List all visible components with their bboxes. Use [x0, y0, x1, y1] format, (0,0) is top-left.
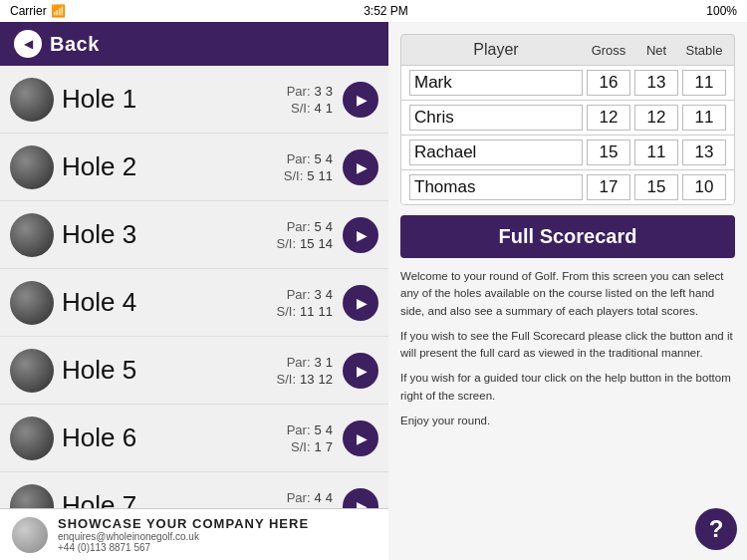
- hole-play-button-3[interactable]: [343, 217, 378, 253]
- logo-ball-icon: [12, 517, 48, 553]
- hole-par-row-6: Par: 5 4: [287, 422, 333, 437]
- hole-play-button-6[interactable]: [343, 420, 378, 456]
- hole-si-row-5: S/I: 13 12: [277, 372, 333, 387]
- status-time: 3:52 PM: [364, 4, 408, 18]
- player-gross-2: 12: [587, 105, 630, 131]
- player-stable-4: 10: [682, 174, 726, 200]
- player-net-4: 15: [634, 174, 678, 200]
- hole-par-row-7: Par: 4 4: [287, 490, 333, 505]
- hole-stats-6: Par: 5 4 S/I: 1 7: [287, 422, 333, 454]
- player-net-1: 13: [634, 70, 678, 96]
- hole-par-row-3: Par: 5 4: [287, 219, 333, 234]
- player-stable-1: 11: [682, 70, 726, 96]
- scorecard-row-3: Rachael 15 11 13: [401, 135, 734, 169]
- main-layout: Back Hole 1 Par: 3 3 S/I: 4 1: [0, 22, 747, 560]
- hole-ball-2: [10, 145, 54, 189]
- player-stable-2: 11: [682, 105, 726, 131]
- carrier-label: Carrier: [10, 4, 47, 18]
- hole-name-1: Hole 1: [62, 84, 287, 115]
- hole-par-row-2: Par: 5 4: [287, 151, 333, 166]
- hole-stats-4: Par: 3 4 S/I: 11 11: [277, 287, 333, 319]
- logo-bar: SHOWCASE YOUR COMPANY HERE enquires@whol…: [0, 508, 388, 560]
- right-panel: Player Gross Net Stable Mark 16 13 11 Ch…: [388, 22, 747, 560]
- hole-play-button-5[interactable]: [343, 353, 378, 389]
- hole-ball-5: [10, 349, 54, 393]
- company-name: SHOWCASE YOUR COMPANY HERE: [58, 516, 309, 531]
- hole-ball-6: [10, 417, 54, 460]
- hole-name-7: Hole 7: [62, 490, 287, 508]
- hole-si-row-2: S/I: 5 11: [284, 168, 333, 183]
- wifi-icon: 📶: [51, 4, 66, 18]
- hole-stats-3: Par: 5 4 S/I: 15 14: [277, 219, 333, 251]
- hole-name-5: Hole 5: [62, 355, 277, 386]
- scorecard-row-4: Thomas 17 15 10: [401, 169, 734, 204]
- hole-si-row-4: S/I: 11 11: [277, 304, 333, 319]
- description-para1: Welcome to your round of Golf. From this…: [400, 268, 735, 320]
- battery-label: 100%: [706, 4, 737, 18]
- player-gross-3: 15: [587, 140, 630, 165]
- hole-ball-4: [10, 281, 54, 325]
- scorecard-table: Player Gross Net Stable Mark 16 13 11 Ch…: [400, 34, 735, 205]
- status-right: 100%: [706, 4, 737, 18]
- hole-play-button-1[interactable]: [343, 82, 378, 118]
- header-stable: Stable: [682, 43, 726, 58]
- header-gross: Gross: [587, 43, 630, 58]
- hole-name-3: Hole 3: [62, 219, 277, 250]
- back-arrow-icon: [14, 30, 42, 58]
- hole-stats-1: Par: 3 3 S/I: 4 1: [287, 84, 333, 116]
- scorecard-row-2: Chris 12 12 11: [401, 100, 734, 135]
- player-net-2: 12: [634, 105, 678, 131]
- hole-si-row-6: S/I: 1 7: [291, 439, 333, 454]
- hole-par-row-5: Par: 3 1: [287, 355, 333, 370]
- back-button[interactable]: Back: [0, 22, 388, 66]
- hole-play-button-2[interactable]: [343, 149, 378, 185]
- hole-item-3: Hole 3 Par: 5 4 S/I: 15 14: [0, 201, 388, 269]
- hole-item-6: Hole 6 Par: 5 4 S/I: 1 7: [0, 405, 388, 472]
- player-net-3: 11: [634, 140, 678, 165]
- company-phone: +44 (0)113 8871 567: [58, 542, 309, 553]
- hole-stats-7: Par: 4 4 S/I: 3 3: [287, 490, 333, 509]
- help-button[interactable]: ?: [695, 508, 737, 550]
- status-left: Carrier 📶: [10, 4, 66, 18]
- full-scorecard-button[interactable]: Full Scorecard: [400, 215, 735, 258]
- description-para4: Enjoy your round.: [400, 413, 735, 429]
- hole-item-2: Hole 2 Par: 5 4 S/I: 5 11: [0, 134, 388, 201]
- header-net: Net: [634, 43, 678, 58]
- left-panel: Back Hole 1 Par: 3 3 S/I: 4 1: [0, 22, 388, 560]
- hole-si-row-3: S/I: 15 14: [277, 236, 333, 251]
- hole-play-button-4[interactable]: [343, 285, 378, 321]
- hole-par-row-4: Par: 3 4: [287, 287, 333, 302]
- back-label: Back: [50, 33, 100, 56]
- hole-ball-1: [10, 78, 54, 122]
- hole-si-row-1: S/I: 4 1: [291, 101, 333, 116]
- player-name-4: Thomas: [409, 174, 583, 200]
- description-para2: If you wish to see the Full Scorecard pl…: [400, 328, 735, 363]
- scorecard-row-1: Mark 16 13 11: [401, 65, 734, 100]
- player-gross-1: 16: [587, 70, 630, 96]
- hole-ball-3: [10, 213, 54, 257]
- hole-stats-5: Par: 3 1 S/I: 13 12: [277, 355, 333, 387]
- logo-text: SHOWCASE YOUR COMPANY HERE enquires@whol…: [58, 516, 309, 553]
- hole-name-6: Hole 6: [62, 422, 287, 453]
- holes-list: Hole 1 Par: 3 3 S/I: 4 1 Hole 2 Par:: [0, 66, 388, 508]
- company-email: enquires@wholeinonegolf.co.uk: [58, 531, 309, 542]
- player-stable-3: 13: [682, 140, 726, 165]
- hole-item-4: Hole 4 Par: 3 4 S/I: 11 11: [0, 269, 388, 337]
- description-text: Welcome to your round of Golf. From this…: [400, 268, 735, 548]
- hole-name-4: Hole 4: [62, 287, 277, 318]
- hole-name-2: Hole 2: [62, 151, 284, 182]
- hole-play-button-7[interactable]: [343, 488, 378, 509]
- status-bar: Carrier 📶 3:52 PM 100%: [0, 0, 747, 22]
- player-gross-4: 17: [587, 174, 630, 200]
- hole-item-5: Hole 5 Par: 3 1 S/I: 13 12: [0, 337, 388, 405]
- hole-ball-7: [10, 484, 54, 509]
- hole-item-1: Hole 1 Par: 3 3 S/I: 4 1: [0, 66, 388, 134]
- description-para3: If you wish for a guided tour click on t…: [400, 370, 735, 405]
- scorecard-header: Player Gross Net Stable: [401, 35, 734, 65]
- player-name-2: Chris: [409, 105, 583, 131]
- header-player: Player: [409, 41, 583, 59]
- player-name-1: Mark: [409, 70, 583, 96]
- hole-par-row-1: Par: 3 3: [287, 84, 333, 99]
- hole-item-7: Hole 7 Par: 4 4 S/I: 3 3: [0, 472, 388, 508]
- hole-stats-2: Par: 5 4 S/I: 5 11: [284, 151, 333, 183]
